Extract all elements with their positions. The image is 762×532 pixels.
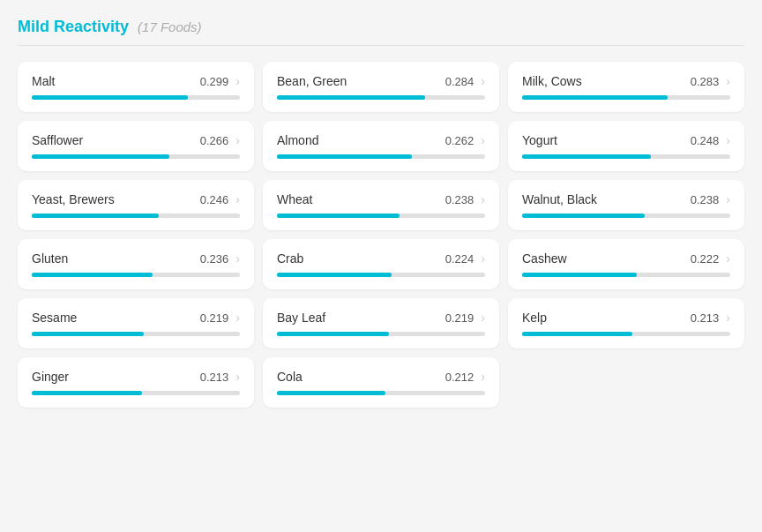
food-card[interactable]: Cashew 0.222 › bbox=[508, 239, 744, 289]
progress-track bbox=[277, 154, 485, 159]
food-value: 0.224 bbox=[445, 252, 474, 266]
food-value: 0.284 bbox=[445, 75, 474, 88]
food-name: Cashew bbox=[522, 251, 567, 266]
chevron-right-icon: › bbox=[235, 311, 240, 325]
food-card[interactable]: Gluten 0.236 › bbox=[18, 239, 254, 289]
card-right-section: 0.219 › bbox=[445, 311, 485, 325]
food-value: 0.266 bbox=[200, 134, 229, 147]
progress-fill bbox=[32, 214, 159, 218]
food-card[interactable]: Bean, Green 0.284 › bbox=[263, 62, 499, 112]
progress-fill bbox=[277, 391, 385, 395]
food-name: Yogurt bbox=[522, 133, 557, 147]
card-right-section: 0.213 › bbox=[691, 311, 730, 325]
card-header-row: Yeast, Brewers 0.246 › bbox=[32, 192, 240, 206]
food-value: 0.213 bbox=[691, 311, 720, 325]
progress-track bbox=[32, 95, 240, 100]
food-card[interactable]: Almond 0.262 › bbox=[263, 121, 499, 171]
progress-fill bbox=[522, 332, 632, 336]
progress-fill bbox=[32, 154, 169, 159]
chevron-right-icon: › bbox=[481, 192, 485, 206]
chevron-right-icon: › bbox=[235, 133, 240, 147]
card-right-section: 0.299 › bbox=[200, 74, 240, 88]
card-right-section: 0.248 › bbox=[691, 133, 730, 147]
food-card[interactable]: Sesame 0.219 › bbox=[18, 298, 254, 348]
progress-track bbox=[32, 214, 240, 218]
chevron-right-icon: › bbox=[726, 251, 730, 266]
card-header-row: Cashew 0.222 › bbox=[522, 251, 730, 266]
progress-track bbox=[32, 273, 240, 277]
food-value: 0.219 bbox=[200, 311, 229, 325]
chevron-right-icon: › bbox=[235, 74, 240, 88]
chevron-right-icon: › bbox=[726, 192, 730, 206]
card-header-row: Safflower 0.266 › bbox=[32, 133, 240, 147]
section-title: Mild Reactivity bbox=[18, 18, 129, 36]
chevron-right-icon: › bbox=[726, 133, 730, 147]
food-card[interactable]: Walnut, Black 0.238 › bbox=[508, 180, 744, 230]
card-right-section: 0.224 › bbox=[445, 251, 485, 266]
progress-fill bbox=[522, 273, 637, 277]
food-card[interactable]: Malt 0.299 › bbox=[18, 62, 254, 112]
food-card[interactable]: Cola 0.212 › bbox=[263, 357, 499, 408]
progress-track bbox=[277, 332, 485, 336]
food-card[interactable]: Wheat 0.238 › bbox=[263, 180, 499, 230]
card-right-section: 0.236 › bbox=[200, 251, 240, 266]
card-header-row: Walnut, Black 0.238 › bbox=[522, 192, 730, 206]
card-right-section: 0.283 › bbox=[691, 74, 730, 88]
progress-fill bbox=[32, 332, 144, 336]
chevron-right-icon: › bbox=[235, 370, 240, 384]
card-right-section: 0.266 › bbox=[200, 133, 240, 147]
card-header-row: Crab 0.224 › bbox=[277, 251, 485, 266]
progress-track bbox=[522, 214, 730, 218]
progress-fill bbox=[522, 154, 651, 159]
progress-track bbox=[522, 154, 730, 159]
food-card[interactable]: Ginger 0.213 › bbox=[18, 357, 254, 408]
card-header-row: Wheat 0.238 › bbox=[277, 192, 485, 206]
progress-fill bbox=[32, 391, 142, 395]
food-name: Yeast, Brewers bbox=[32, 192, 115, 206]
food-name: Gluten bbox=[32, 251, 68, 266]
progress-track bbox=[32, 332, 240, 336]
food-name: Malt bbox=[32, 74, 55, 88]
food-card[interactable]: Crab 0.224 › bbox=[263, 239, 499, 289]
food-grid: Malt 0.299 › Bean, Green 0.284 › Milk, C… bbox=[18, 62, 744, 408]
food-value: 0.213 bbox=[200, 371, 229, 384]
card-header-row: Malt 0.299 › bbox=[32, 74, 240, 88]
food-value: 0.238 bbox=[691, 193, 720, 206]
card-right-section: 0.212 › bbox=[445, 370, 485, 384]
progress-fill bbox=[522, 214, 645, 218]
food-value: 0.262 bbox=[445, 134, 474, 147]
progress-track bbox=[522, 273, 730, 277]
food-name: Wheat bbox=[277, 192, 312, 206]
progress-track bbox=[32, 154, 240, 159]
card-header-row: Almond 0.262 › bbox=[277, 133, 485, 147]
food-name: Bean, Green bbox=[277, 74, 347, 88]
food-value: 0.283 bbox=[691, 75, 720, 88]
food-card[interactable]: Safflower 0.266 › bbox=[18, 121, 254, 171]
food-name: Safflower bbox=[32, 133, 83, 147]
food-card[interactable]: Yeast, Brewers 0.246 › bbox=[18, 180, 254, 230]
card-right-section: 0.222 › bbox=[691, 251, 730, 266]
chevron-right-icon: › bbox=[726, 74, 730, 88]
card-header-row: Sesame 0.219 › bbox=[32, 311, 240, 325]
food-name: Bay Leaf bbox=[277, 311, 325, 325]
food-card[interactable]: Bay Leaf 0.219 › bbox=[263, 298, 499, 348]
card-right-section: 0.238 › bbox=[445, 192, 485, 206]
progress-fill bbox=[277, 273, 392, 277]
card-right-section: 0.246 › bbox=[200, 192, 240, 206]
food-card[interactable]: Yogurt 0.248 › bbox=[508, 121, 744, 171]
food-name: Walnut, Black bbox=[522, 192, 597, 206]
food-card[interactable]: Milk, Cows 0.283 › bbox=[508, 62, 744, 112]
card-header-row: Gluten 0.236 › bbox=[32, 251, 240, 266]
progress-fill bbox=[32, 273, 153, 277]
progress-track bbox=[277, 391, 485, 395]
food-name: Kelp bbox=[522, 311, 547, 325]
card-header-row: Cola 0.212 › bbox=[277, 370, 485, 384]
chevron-right-icon: › bbox=[235, 192, 240, 206]
food-name: Cola bbox=[277, 370, 303, 384]
section-subtitle: (17 Foods) bbox=[138, 19, 202, 34]
section-header: Mild Reactivity (17 Foods) bbox=[18, 18, 744, 46]
food-name: Milk, Cows bbox=[522, 74, 582, 88]
chevron-right-icon: › bbox=[481, 133, 485, 147]
food-card[interactable]: Kelp 0.213 › bbox=[508, 298, 744, 348]
progress-fill bbox=[32, 95, 188, 100]
